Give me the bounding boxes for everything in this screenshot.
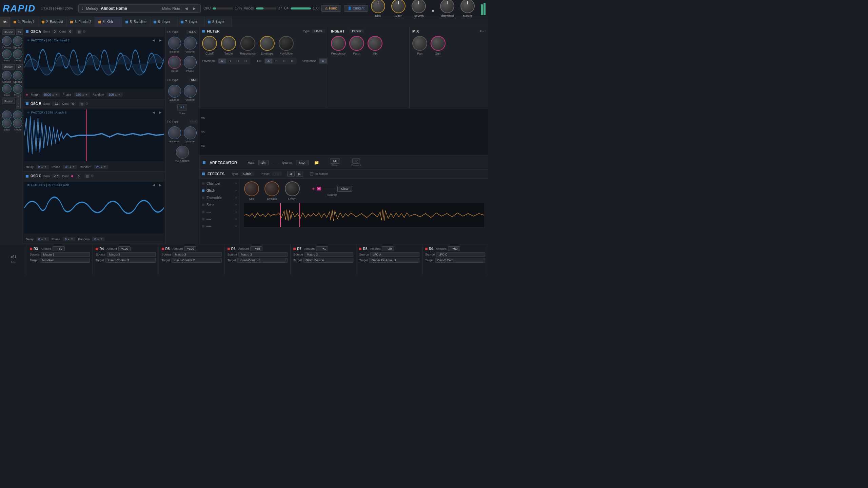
osc-c-next[interactable]: ►	[158, 183, 162, 187]
glitch-waveform[interactable]	[244, 203, 484, 227]
ch-tab-4[interactable]: 4. Kick	[95, 17, 122, 27]
osc-a-detune-knob[interactable]	[2, 36, 12, 46]
osc-c-led[interactable]	[26, 175, 28, 178]
arp-led[interactable]	[203, 161, 205, 164]
osc-c-random-up[interactable]: ▲	[97, 238, 99, 241]
arp-source-val[interactable]: MIDI	[296, 160, 309, 165]
osc-c-delay-val[interactable]: 0 ▲ ▼	[36, 237, 49, 241]
effects-preset-val[interactable]: ----	[272, 172, 282, 176]
mod-r7-target[interactable]: Glitch Source	[303, 258, 353, 263]
osc-a-waveform-icon[interactable]: ▦	[76, 29, 82, 34]
osc-b-treble-knob[interactable]	[13, 84, 22, 94]
effects-type-val[interactable]: Glitch	[241, 172, 254, 176]
osc-a-treble-knob[interactable]	[13, 49, 22, 59]
osc-a-balance-knob[interactable]	[168, 37, 181, 49]
osc-c-link-icon[interactable]: ⊙	[91, 174, 94, 178]
osc-a-morph-val[interactable]: 5000 ▲ ▼	[42, 93, 60, 97]
send-led[interactable]	[202, 204, 204, 206]
osc-a-phase-val[interactable]: 130 ▲ ▼	[74, 93, 90, 97]
osc-a-voice-count[interactable]: 3X	[16, 29, 23, 35]
mod-r7-source[interactable]: Macro 2	[304, 252, 354, 257]
effect-declick-knob[interactable]	[264, 181, 279, 196]
osc-c-waveform-icon[interactable]: ▦	[84, 174, 90, 178]
lfo-tab-c[interactable]: C	[280, 59, 288, 63]
master-knob[interactable]	[460, 0, 475, 13]
osc-c-cent-val[interactable]: 0	[76, 174, 81, 178]
osc-b-random-down[interactable]: ▼	[103, 165, 106, 168]
effect-offset-knob[interactable]	[285, 181, 300, 196]
filter-resonance-knob[interactable]	[240, 36, 255, 51]
osc-c-phase-up[interactable]: ▲	[67, 238, 70, 241]
osc-b-detune-knob[interactable]	[2, 71, 12, 80]
mod-r5-source[interactable]: Macro 3	[173, 252, 222, 257]
insert-freq-knob[interactable]	[331, 36, 346, 51]
arp-rate-val[interactable]: 1/4	[258, 160, 269, 165]
osc-a-semi-val[interactable]: 0	[52, 29, 57, 34]
mod-r3-amount[interactable]: -50	[53, 246, 65, 251]
mod-r3-led[interactable]	[30, 248, 32, 250]
insert-type-val[interactable]: Exciter	[349, 29, 364, 33]
osc-a-prev[interactable]: ◄	[152, 38, 156, 43]
env-tab-b[interactable]: B	[226, 59, 234, 63]
osc-b-fx-val[interactable]: RM	[189, 78, 198, 82]
osc-b-phase-up[interactable]: ▲	[69, 165, 72, 168]
mod-r5-amount[interactable]: +100	[184, 246, 196, 251]
osc-a-phase-knob[interactable]	[184, 56, 197, 69]
osc-a-morph-down[interactable]: ▼	[55, 93, 58, 96]
effect-empty-2[interactable]: ---- ≡	[199, 216, 240, 223]
osc-c-prev[interactable]: ◄	[152, 183, 156, 187]
osc-a-bass-knob[interactable]	[2, 49, 12, 59]
filter-keyfollow-knob[interactable]	[279, 36, 294, 51]
osc-b-delay-down[interactable]: ▼	[44, 165, 47, 168]
osc-b-phase-down[interactable]: ▼	[72, 165, 75, 168]
osc-c-treble-knob[interactable]	[13, 119, 22, 128]
empty2-led[interactable]	[202, 218, 204, 220]
mod-r8-led[interactable]	[359, 248, 361, 250]
sequence-area[interactable]: C6 C5 C4	[199, 108, 488, 156]
mod-r7-amount[interactable]: +1	[316, 246, 328, 251]
effects-led[interactable]	[202, 172, 205, 175]
mod-r5-led[interactable]	[162, 248, 164, 250]
chamber-led[interactable]	[202, 182, 204, 185]
osc-b-next[interactable]: ►	[158, 110, 162, 115]
preset-area[interactable]: ♩ Melody Almost Home Mirko Ruta ◄ ►	[78, 4, 201, 13]
osc-b-cent-val[interactable]: 0	[71, 102, 76, 106]
osc-b-delay-up[interactable]: ▲	[41, 165, 43, 168]
osc-c-bass-knob[interactable]	[2, 119, 12, 128]
empty1-led[interactable]	[202, 211, 204, 213]
osc-a-unison-btn[interactable]: Unison	[2, 29, 15, 35]
osc-b-delay-val[interactable]: 0 ▲ ▼	[36, 165, 49, 169]
osc-c-phase-val[interactable]: 0 ▲ ▼	[63, 237, 75, 241]
to-master-checkbox[interactable]	[310, 172, 313, 176]
osc-a-random-up[interactable]: ▲	[115, 93, 117, 96]
osc-c-balance-knob[interactable]	[168, 126, 181, 139]
osc-b-bass-knob[interactable]	[2, 84, 12, 94]
mod-r6-led[interactable]	[228, 248, 230, 250]
osc-b-semi-val[interactable]: -12	[52, 102, 60, 106]
osc-a-link-icon[interactable]: ⊙	[83, 29, 85, 34]
arp-folder-icon[interactable]: 📁	[314, 160, 319, 165]
osc-b-spread-knob[interactable]	[13, 71, 22, 80]
seq-tab-a[interactable]: A	[319, 59, 327, 63]
mod-r4-source[interactable]: Macro 3	[107, 252, 156, 257]
to-master-check[interactable]: To Master	[310, 172, 328, 176]
osc-a-volume-knob[interactable]	[184, 37, 197, 49]
effects-next[interactable]: ►	[296, 171, 303, 177]
ch-tab-1[interactable]: 1. Plucks 1	[10, 17, 38, 27]
empty3-led[interactable]	[202, 225, 204, 227]
osc-c-fx-val[interactable]: ----	[190, 120, 198, 124]
osc-b-voice-count[interactable]: 2X	[16, 64, 23, 69]
mod-r4-amount[interactable]: +100	[118, 246, 131, 251]
effects-prev[interactable]: ◄	[287, 171, 295, 177]
arp-octaves-val[interactable]: 1	[352, 158, 360, 164]
panic-button[interactable]: ⚠ Panic	[321, 5, 341, 12]
osc-b-led[interactable]	[26, 102, 28, 105]
preset-prev[interactable]: ◄	[183, 6, 190, 11]
osc-b-balance-knob[interactable]	[168, 85, 181, 98]
mod-r4-led[interactable]	[96, 248, 98, 250]
osc-b-link-icon[interactable]: ⊙	[85, 102, 88, 106]
effect-send[interactable]: Send ≡	[199, 201, 240, 208]
osc-a-phase-up[interactable]: ▲	[82, 93, 84, 96]
content-button[interactable]: 👤 Content	[344, 5, 368, 12]
preset-next[interactable]: ►	[191, 6, 198, 11]
